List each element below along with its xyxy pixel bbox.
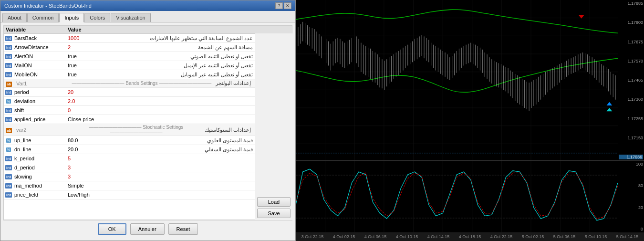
svg-rect-0 xyxy=(296,0,618,160)
reset-button[interactable]: Reset xyxy=(168,223,198,235)
dialog-panel: Custom Indicator - StocBandsOut-Ind ? ✕ … xyxy=(0,0,296,241)
type-icon-int: int xyxy=(5,165,12,170)
title-controls: ? ✕ xyxy=(275,2,291,9)
separator-bands: ab Var1 ——————————— Bands Settings —————… xyxy=(4,79,255,88)
table-row[interactable]: int price_field Low/High xyxy=(4,190,255,199)
title-text: Custom Indicator - StocBandsOut-Ind xyxy=(4,3,92,9)
type-icon-int: int xyxy=(5,90,12,95)
time-label: 5 Oct 10:15 xyxy=(580,234,612,239)
table-row[interactable]: int MobileON true تفعيل أو تعطيل التنبيه… xyxy=(4,70,255,79)
col-variable-header: Variable xyxy=(6,27,68,32)
current-price-label: 1.17036 xyxy=(619,155,643,159)
main-chart-svg xyxy=(296,0,618,160)
type-icon-int: int xyxy=(5,72,12,77)
table-row[interactable]: int d_period 3 xyxy=(4,163,255,172)
tab-visualization[interactable]: Visualization xyxy=(111,13,151,22)
table-row[interactable]: int shift 0 xyxy=(4,106,255,115)
table-row[interactable]: int ArrowDistance 2 مسافة السهم عن الشمع… xyxy=(4,43,255,52)
stoch-chart: 100 80 20 0 xyxy=(296,161,644,232)
save-button[interactable]: Save xyxy=(257,209,291,218)
time-label: 4 Oct 10:15 xyxy=(391,234,423,239)
separator-stoch: ab var2 ——————————— Stochastic Settings … xyxy=(4,124,255,136)
type-icon-int: int xyxy=(5,63,12,68)
time-label: 4 Oct 22:15 xyxy=(486,234,517,239)
price-level: 1.17885 xyxy=(619,1,643,6)
tab-colors[interactable]: Colors xyxy=(84,13,110,22)
type-icon-ab: ab xyxy=(6,128,12,133)
col-value-header: Value xyxy=(68,27,115,32)
type-icon-int: int xyxy=(5,117,12,122)
content-area: Variable Value int BarsBack 1000 عدد الش… xyxy=(0,22,295,241)
time-label: 5 Oct 14:15 xyxy=(612,234,643,239)
col-desc-header xyxy=(115,27,290,32)
ok-button[interactable]: OK xyxy=(98,223,126,235)
table-row[interactable]: ½ deviation 2.0 xyxy=(4,97,255,106)
stoch-level: 0 xyxy=(619,227,643,231)
table-row[interactable]: int applied_price Close price xyxy=(4,115,255,124)
price-axis: 1.17885 1.17800 1.17675 1.17570 1.17465 … xyxy=(618,0,644,160)
close-button[interactable]: ✕ xyxy=(284,2,291,9)
main-buttons: OK Annuler Reset xyxy=(3,220,292,238)
type-icon-int: int xyxy=(5,183,12,189)
type-icon-frac: ½ xyxy=(6,99,11,104)
tab-inputs[interactable]: Inputs xyxy=(59,13,84,22)
inputs-table[interactable]: int BarsBack 1000 عدد الشموع السابقة الت… xyxy=(3,33,255,220)
stoch-level: 100 xyxy=(619,162,643,167)
table-row[interactable]: ½ dn_line 20.0 قيمة المستوى السفلي xyxy=(4,145,255,154)
type-icon-frac: ½ xyxy=(6,138,11,143)
stoch-chart-svg xyxy=(296,161,618,232)
price-level: 1.17360 xyxy=(619,97,643,102)
type-icon-int: int xyxy=(5,192,12,198)
table-row[interactable]: ½ up_line 80.0 قيمة المستوى العلوي xyxy=(4,136,255,145)
price-level: 1.17675 xyxy=(619,40,643,44)
help-button[interactable]: ? xyxy=(275,2,283,9)
type-icon-int: int xyxy=(5,36,12,41)
time-label: 4 Oct 06:15 xyxy=(360,234,391,239)
type-icon-frac: ½ xyxy=(6,147,11,152)
price-level: 1.17255 xyxy=(619,116,643,121)
time-label: 4 Oct 14:15 xyxy=(423,234,454,239)
time-label: 4 Oct 02:15 xyxy=(328,234,360,239)
price-level: 1.17570 xyxy=(619,59,643,63)
time-label: 4 Oct 18:15 xyxy=(454,234,486,239)
time-label: 3 Oct 22:15 xyxy=(297,234,328,239)
cancel-button[interactable]: Annuler xyxy=(130,223,165,235)
type-icon-int: int xyxy=(5,174,12,179)
tab-bar: About Common Inputs Colors Visualization xyxy=(0,11,295,22)
time-axis: 3 Oct 22:15 4 Oct 02:15 4 Oct 06:15 4 Oc… xyxy=(296,232,644,241)
tab-common[interactable]: Common xyxy=(27,13,59,22)
type-icon-int: int xyxy=(5,156,12,161)
type-icon-ab: ab xyxy=(6,82,12,87)
title-bar: Custom Indicator - StocBandsOut-Ind ? ✕ xyxy=(0,0,295,11)
table-row[interactable]: int AlertON true تفعيل او تعطيل التنبيه … xyxy=(4,52,255,61)
table-row[interactable]: int k_period 5 xyxy=(4,154,255,163)
type-icon-int: int xyxy=(5,54,12,59)
price-level: 1.17465 xyxy=(619,78,643,83)
type-icon-int: int xyxy=(5,45,12,50)
table-row[interactable]: int BarsBack 1000 عدد الشموع السابقة الت… xyxy=(4,34,255,43)
stoch-level: 80 xyxy=(619,183,643,188)
table-row[interactable]: int MailON true تفعيل أو تعطيل التنبيه ع… xyxy=(4,61,255,70)
price-level: 1.17800 xyxy=(619,20,643,25)
type-icon-int: int xyxy=(5,108,12,113)
time-label: 5 Oct 02:15 xyxy=(517,234,549,239)
price-level: 1.17150 xyxy=(619,136,643,140)
stoch-axis: 100 80 20 0 xyxy=(618,161,644,232)
table-row[interactable]: int period 20 xyxy=(4,88,255,97)
load-button[interactable]: Load xyxy=(257,197,291,207)
table-row[interactable]: int ma_method Simple xyxy=(4,181,255,190)
chart-area: 1.17885 1.17800 1.17675 1.17570 1.17465 … xyxy=(296,0,644,241)
stoch-level: 20 xyxy=(619,205,643,210)
table-header: Variable Value xyxy=(3,25,292,33)
main-chart: 1.17885 1.17800 1.17675 1.17570 1.17465 … xyxy=(296,0,644,161)
table-row[interactable]: int slowing 3 xyxy=(4,172,255,181)
time-label: 5 Oct 06:15 xyxy=(549,234,580,239)
tab-about[interactable]: About xyxy=(2,13,27,22)
side-buttons: Load Save xyxy=(255,33,292,220)
svg-rect-160 xyxy=(296,161,618,232)
